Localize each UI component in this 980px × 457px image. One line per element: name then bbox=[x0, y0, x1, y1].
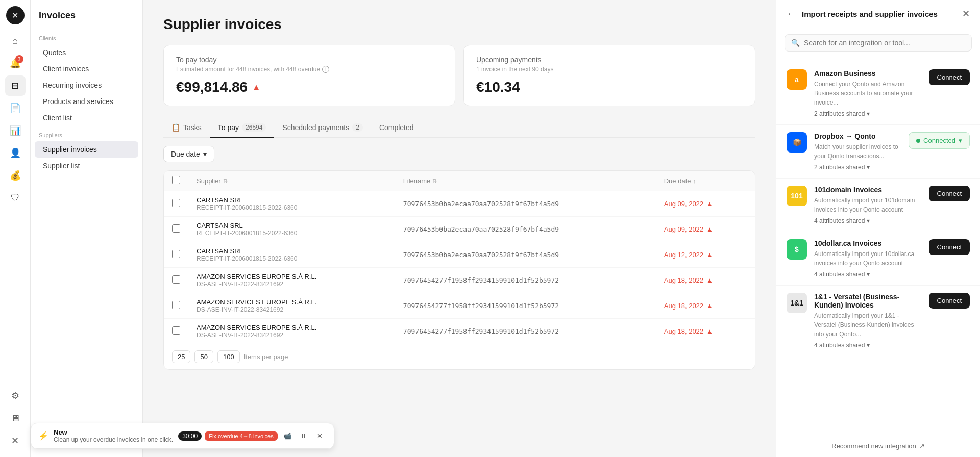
sidebar-item-savings[interactable]: 💰 bbox=[5, 165, 26, 186]
chevron-down-icon: ▾ bbox=[867, 342, 870, 349]
supplier-name: AMAZON SERVICES EUROPE S.À R.L. bbox=[197, 324, 387, 332]
tab-to-pay[interactable]: To pay 26594 bbox=[210, 118, 275, 138]
integration-info-amazon-business: Amazon Business Connect your Qonto and A… bbox=[814, 69, 922, 117]
integration-desc-10dollar: Automatically import your 10dollar.ca in… bbox=[814, 249, 922, 268]
due-date-value: Aug 12, 2022 ▲ bbox=[664, 251, 747, 259]
pagination-25[interactable]: 25 bbox=[172, 350, 190, 363]
upcoming-title: Upcoming payments bbox=[476, 56, 743, 64]
filename-sort-icon[interactable]: ⇅ bbox=[432, 177, 437, 184]
upcoming-amount: €10.34 bbox=[476, 79, 743, 95]
table-row[interactable]: CARTSAN SRL RECEIPT-IT-2006001815-2022-6… bbox=[164, 191, 755, 217]
sidebar-item-close-app[interactable]: ✕ bbox=[5, 430, 26, 451]
table-row[interactable]: CARTSAN SRL RECEIPT-IT-2006001815-2022-6… bbox=[164, 242, 755, 268]
notif-dismiss-btn[interactable]: ✕ bbox=[313, 429, 327, 443]
due-date-sort-icon[interactable]: ↑ bbox=[693, 178, 696, 184]
row-checkbox[interactable] bbox=[172, 275, 180, 284]
connected-button-dropbox-qonto[interactable]: Connected ▾ bbox=[909, 132, 970, 149]
pagination-50[interactable]: 50 bbox=[194, 350, 213, 363]
table-row[interactable]: AMAZON SERVICES EUROPE S.À R.L. DS-ASE-I… bbox=[164, 268, 755, 293]
sidebar-item-quotes[interactable]: Quotes bbox=[35, 44, 138, 61]
supplier-name: CARTSAN SRL bbox=[197, 247, 387, 255]
integration-attrs-dropbox-qonto[interactable]: 2 attributes shared ▾ bbox=[814, 164, 901, 171]
sidebar-item-client-list[interactable]: Client list bbox=[35, 110, 138, 126]
recommend-link[interactable]: Recommend new integration ↗ bbox=[831, 442, 924, 450]
integration-logo-dropbox-qonto: 📦 bbox=[787, 132, 807, 153]
sidebar-item-notifications[interactable]: 🔔 3 bbox=[5, 53, 26, 73]
integration-attrs-101domain[interactable]: 4 attributes shared ▾ bbox=[814, 217, 922, 224]
supplier-name: AMAZON SERVICES EUROPE S.À R.L. bbox=[197, 298, 387, 306]
notif-label: New bbox=[54, 428, 173, 436]
due-date-filter[interactable]: Due date ▾ bbox=[163, 146, 214, 162]
integration-item-amazon-business: a Amazon Business Connect your Qonto and… bbox=[776, 62, 980, 125]
panel-header: ← Import receipts and supplier invoices … bbox=[776, 0, 980, 28]
panel-back-button[interactable]: ← bbox=[787, 9, 796, 19]
sidebar-item-home[interactable]: ⌂ bbox=[5, 31, 26, 51]
tab-completed[interactable]: Completed bbox=[371, 118, 422, 138]
connect-button-amazon-business[interactable]: Connect bbox=[929, 69, 970, 85]
sidebar-item-recurring-invoices[interactable]: Recurring invoices bbox=[35, 77, 138, 93]
supplier-ref: DS-ASE-INV-IT-2022-83421692 bbox=[197, 306, 387, 313]
chevron-down-icon: ▾ bbox=[203, 150, 207, 158]
panel-close-button[interactable]: ✕ bbox=[962, 8, 970, 19]
notif-video-btn[interactable]: 📹 bbox=[281, 429, 294, 443]
sidebar-item-dashboard[interactable]: ⊟ bbox=[5, 75, 26, 96]
pagination: 25 50 100 Items per page bbox=[164, 344, 755, 369]
scheduled-badge: 2 bbox=[352, 123, 363, 132]
right-panel: ← Import receipts and supplier invoices … bbox=[776, 0, 980, 457]
filename-cell: 70976454277f1958ff29341599101d1f52b5972 bbox=[395, 293, 656, 319]
sidebar-item-supplier-list[interactable]: Supplier list bbox=[35, 158, 138, 174]
sidebar-clients-label: Clients bbox=[31, 29, 142, 44]
sidebar-item-security[interactable]: 🛡 bbox=[5, 188, 26, 208]
warning-icon: ▲ bbox=[252, 82, 261, 93]
table-row[interactable]: CARTSAN SRL RECEIPT-IT-2006001815-2022-6… bbox=[164, 217, 755, 242]
supplier-cell: CARTSAN SRL RECEIPT-IT-2006001815-2022-6… bbox=[188, 191, 395, 217]
col-supplier: Supplier ⇅ bbox=[188, 171, 395, 191]
info-icon[interactable]: i bbox=[322, 66, 329, 73]
sidebar-item-supplier-invoices[interactable]: Supplier invoices bbox=[35, 141, 138, 158]
sidebar-item-people[interactable]: 👤 bbox=[5, 143, 26, 163]
connect-button-versatel[interactable]: Connect bbox=[929, 293, 970, 309]
supplier-cell: CARTSAN SRL RECEIPT-IT-2006001815-2022-6… bbox=[188, 217, 395, 242]
connect-button-101domain[interactable]: Connect bbox=[929, 186, 970, 201]
integration-attrs-versatel[interactable]: 4 attributes shared ▾ bbox=[814, 342, 922, 349]
row-checkbox[interactable] bbox=[172, 224, 180, 233]
row-checkbox[interactable] bbox=[172, 199, 180, 207]
integration-attrs-10dollar[interactable]: 4 attributes shared ▾ bbox=[814, 271, 922, 278]
chevron-down-icon: ▾ bbox=[867, 164, 870, 171]
row-checkbox[interactable] bbox=[172, 250, 180, 258]
sidebar-item-settings[interactable]: ⚙ bbox=[5, 386, 26, 406]
sidebar-item-invoices[interactable]: 📄 bbox=[5, 98, 26, 118]
integration-attrs-amazon-business[interactable]: 2 attributes shared ▾ bbox=[814, 110, 922, 117]
sidebar-item-analytics[interactable]: 📊 bbox=[5, 120, 26, 141]
row-checkbox[interactable] bbox=[172, 326, 180, 335]
row-checkbox[interactable] bbox=[172, 301, 180, 309]
close-icon[interactable]: ✕ bbox=[6, 6, 24, 24]
sidebar-item-client-invoices[interactable]: Client invoices bbox=[35, 61, 138, 77]
tab-scheduled[interactable]: Scheduled payments 2 bbox=[274, 118, 371, 138]
notification-badge: 3 bbox=[15, 55, 23, 63]
to-pay-title: To pay today bbox=[176, 56, 443, 64]
sidebar-item-products-services[interactable]: Products and services bbox=[35, 93, 138, 110]
notif-pause-btn[interactable]: ⏸ bbox=[297, 429, 310, 443]
connect-button-10dollar[interactable]: Connect bbox=[929, 239, 970, 255]
connected-dot bbox=[916, 139, 920, 143]
table-row[interactable]: AMAZON SERVICES EUROPE S.À R.L. DS-ASE-I… bbox=[164, 319, 755, 344]
supplier-name: CARTSAN SRL bbox=[197, 222, 387, 230]
tab-tasks[interactable]: 📋 Tasks bbox=[163, 118, 210, 138]
pagination-100[interactable]: 100 bbox=[217, 350, 240, 363]
notification-bar: ⚡ New Clean up your overdue invoices in … bbox=[31, 423, 334, 449]
page-title: Supplier invoices bbox=[163, 16, 755, 33]
search-input[interactable] bbox=[804, 39, 965, 47]
table-row[interactable]: AMAZON SERVICES EUROPE S.À R.L. DS-ASE-I… bbox=[164, 293, 755, 319]
select-all-checkbox[interactable] bbox=[172, 176, 180, 184]
summary-cards: To pay today Estimated amount for 448 in… bbox=[163, 45, 755, 106]
search-icon: 🔍 bbox=[791, 39, 800, 47]
integration-name-10dollar: 10dollar.ca Invoices bbox=[814, 239, 922, 247]
due-date-value: Aug 18, 2022 ▲ bbox=[664, 276, 747, 284]
due-date-cell: Aug 18, 2022 ▲ bbox=[656, 293, 755, 319]
notif-action[interactable]: Fix overdue 4→8 invoices bbox=[205, 431, 278, 441]
col-due-date: Due date ↑ bbox=[656, 171, 755, 191]
sidebar-item-screen[interactable]: 🖥 bbox=[5, 408, 26, 428]
supplier-sort-icon[interactable]: ⇅ bbox=[223, 177, 228, 184]
overdue-icon: ▲ bbox=[706, 251, 713, 259]
